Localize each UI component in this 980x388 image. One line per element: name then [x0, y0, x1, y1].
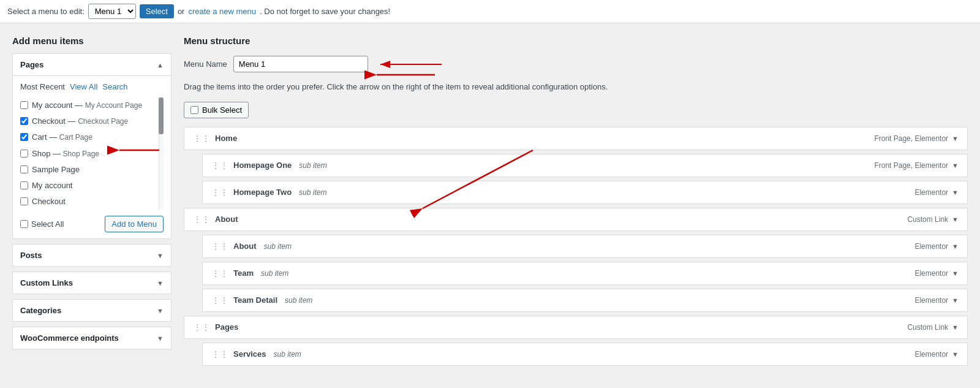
- home-expand-icon[interactable]: ▼: [952, 135, 959, 142]
- drag-handle-icon[interactable]: ⋮⋮: [211, 268, 228, 278]
- menu-name-row: Menu Name: [184, 56, 968, 72]
- drag-handle-icon[interactable]: ⋮⋮: [193, 215, 210, 224]
- drag-handle-icon[interactable]: ⋮⋮: [193, 322, 210, 332]
- save-note: . Do not forget to save your changes!: [260, 7, 390, 16]
- drag-handle-icon[interactable]: ⋮⋮: [193, 134, 210, 143]
- menu-select[interactable]: Menu 1: [88, 4, 136, 19]
- homepage-two-expand-icon[interactable]: ▼: [952, 189, 959, 196]
- pages-list-container: My account — My Account Page Checkout — …: [20, 97, 164, 210]
- checkout2-label[interactable]: Checkout: [32, 196, 66, 207]
- menu-item-about-sub[interactable]: ⋮⋮ About sub item Elementor ▼: [202, 235, 968, 258]
- or-text: or: [178, 7, 185, 16]
- woocommerce-accordion: WooCommerce endpoints ▼: [12, 327, 172, 349]
- menu-item-homepage-two[interactable]: ⋮⋮ Homepage Two sub item Elementor ▼: [202, 181, 968, 204]
- list-item: Sample Page: [20, 162, 164, 178]
- pages-accordion-body: Most Recent View All Search My account —…: [13, 75, 171, 238]
- drag-handle-icon[interactable]: ⋮⋮: [211, 295, 228, 305]
- checkout-checkbox[interactable]: [20, 117, 28, 125]
- tab-most-recent[interactable]: Most Recent: [20, 82, 65, 91]
- scrollbar-track: [159, 97, 164, 210]
- pages-chevron-icon: ▲: [157, 61, 164, 69]
- scrollbar-thumb[interactable]: [159, 97, 164, 134]
- top-bar: Select a menu to edit: Menu 1 Select or …: [0, 0, 980, 23]
- add-to-menu-button[interactable]: Add to Menu: [105, 216, 164, 232]
- pages-tabs: Most Recent View All Search: [20, 82, 164, 91]
- pages-accordion: Pages ▲ Most Recent View All Search My a…: [12, 53, 172, 239]
- right-panel: Menu structure Menu Name Drag the items …: [184, 36, 968, 366]
- categories-accordion: Categories ▼: [12, 299, 172, 322]
- list-item: Shop — Shop Page: [20, 146, 164, 162]
- bulk-select-button[interactable]: Bulk Select: [184, 102, 249, 118]
- woocommerce-header[interactable]: WooCommerce endpoints ▼: [13, 327, 171, 349]
- checkout-label[interactable]: Checkout — Checkout Page: [32, 116, 128, 127]
- services-expand-icon[interactable]: ▼: [952, 351, 959, 358]
- list-item: Checkout — Checkout Page: [20, 113, 164, 129]
- menu-edit-label: Select a menu to edit:: [7, 7, 85, 16]
- menu-item-home[interactable]: ⋮⋮ Home Front Page, Elementor ▼: [184, 127, 968, 150]
- menu-item-pages[interactable]: ⋮⋮ Pages Custom Link ▼: [184, 316, 968, 339]
- drag-handle-icon[interactable]: ⋮⋮: [211, 188, 228, 197]
- tab-search[interactable]: Search: [102, 82, 127, 91]
- sample-checkbox[interactable]: [20, 165, 28, 173]
- cart-label[interactable]: Cart — Cart Page: [32, 132, 92, 143]
- custom-links-chevron-icon: ▼: [157, 280, 164, 287]
- categories-header[interactable]: Categories ▼: [13, 300, 171, 321]
- main-content: Add menu items Pages ▲ Most Recent View …: [0, 23, 980, 378]
- menu-item-team-detail[interactable]: ⋮⋮ Team Detail sub item Elementor ▼: [202, 289, 968, 312]
- menu-name-label: Menu Name: [184, 59, 227, 69]
- my-account-checkbox[interactable]: [20, 101, 28, 109]
- custom-links-header[interactable]: Custom Links ▼: [13, 272, 171, 294]
- select-all-checkbox[interactable]: [20, 220, 28, 228]
- posts-accordion-header[interactable]: Posts ▼: [13, 245, 171, 266]
- categories-chevron-icon: ▼: [157, 307, 164, 314]
- pages-expand-icon[interactable]: ▼: [952, 324, 959, 331]
- posts-accordion: Posts ▼: [12, 244, 172, 267]
- team-detail-expand-icon[interactable]: ▼: [952, 297, 959, 304]
- list-item: Cart — Cart Page: [20, 129, 164, 145]
- drag-handle-icon[interactable]: ⋮⋮: [211, 242, 228, 251]
- list-item: My account — My Account Page: [20, 97, 164, 113]
- menu-item-about[interactable]: ⋮⋮ About Custom Link ▼: [184, 208, 968, 231]
- shop-label[interactable]: Shop — Shop Page: [32, 148, 99, 159]
- menu-structure-title: Menu structure: [184, 36, 968, 46]
- tab-view-all[interactable]: View All: [70, 82, 97, 91]
- create-new-menu-link[interactable]: create a new menu: [188, 7, 256, 16]
- about-sub-expand-icon[interactable]: ▼: [952, 243, 959, 250]
- menu-item-services[interactable]: ⋮⋮ Services sub item Elementor ▼: [202, 343, 968, 366]
- pages-accordion-header[interactable]: Pages ▲: [13, 54, 171, 75]
- team-expand-icon[interactable]: ▼: [952, 270, 959, 277]
- posts-chevron-icon: ▼: [157, 252, 164, 259]
- checkout2-checkbox[interactable]: [20, 197, 28, 205]
- list-item: Checkout: [20, 194, 164, 210]
- woocommerce-label: WooCommerce endpoints: [20, 333, 119, 343]
- menu-items-list: ⋮⋮ Home Front Page, Elementor ▼ ⋮⋮ Homep…: [184, 127, 968, 366]
- add-menu-items-title: Add menu items: [12, 36, 172, 46]
- homepage-one-expand-icon[interactable]: ▼: [952, 162, 959, 169]
- arrow-annotation-1: [374, 57, 448, 72]
- select-button[interactable]: Select: [140, 4, 174, 18]
- menu-item-team[interactable]: ⋮⋮ Team sub item Elementor ▼: [202, 262, 968, 285]
- menu-name-input[interactable]: [233, 56, 368, 72]
- my-account-label[interactable]: My account — My Account Page: [32, 100, 142, 111]
- list-item: My account: [20, 178, 164, 194]
- woocommerce-chevron-icon: ▼: [157, 335, 164, 342]
- bulk-select-row: Bulk Select: [184, 102, 968, 118]
- hint-text: Drag the items into the order you prefer…: [184, 81, 968, 93]
- myaccount2-label[interactable]: My account: [32, 180, 72, 191]
- left-panel: Add menu items Pages ▲ Most Recent View …: [12, 36, 172, 354]
- drag-handle-icon[interactable]: ⋮⋮: [211, 161, 228, 170]
- pages-list: My account — My Account Page Checkout — …: [20, 97, 164, 210]
- categories-label: Categories: [20, 306, 61, 315]
- pages-bottom-row: Select All Add to Menu: [20, 216, 164, 232]
- cart-checkbox[interactable]: [20, 133, 28, 141]
- sample-label[interactable]: Sample Page: [32, 164, 80, 175]
- menu-item-homepage-one[interactable]: ⋮⋮ Homepage One sub item Front Page, Ele…: [202, 154, 968, 177]
- bulk-select-checkbox[interactable]: [190, 106, 198, 114]
- drag-handle-icon[interactable]: ⋮⋮: [211, 349, 228, 359]
- myaccount2-checkbox[interactable]: [20, 181, 28, 189]
- about-expand-icon[interactable]: ▼: [952, 216, 959, 223]
- pages-accordion-label: Pages: [20, 60, 43, 69]
- shop-checkbox[interactable]: [20, 150, 28, 158]
- select-all-label[interactable]: Select All: [20, 219, 64, 229]
- custom-links-label: Custom Links: [20, 278, 73, 287]
